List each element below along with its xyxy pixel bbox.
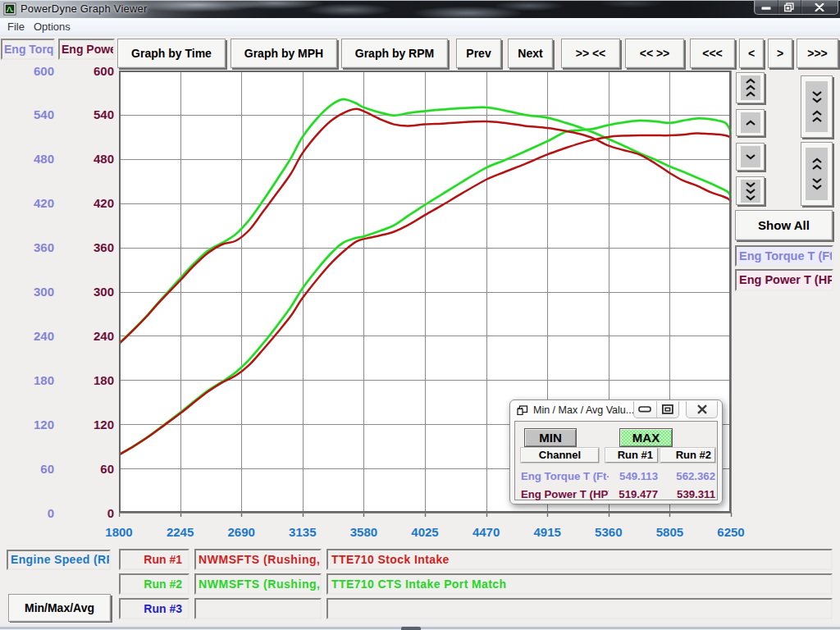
scroll-left-button[interactable]: < [739, 39, 764, 68]
dialog-power-channel: Eng Power T (HP) [521, 488, 609, 500]
x-axis-channel-box[interactable]: Engine Speed (RPM) [7, 550, 111, 570]
x-tick-label: 3580 [339, 525, 388, 539]
dialog-torque-channel: Eng Torque T (Ft-Lbs) [521, 470, 609, 482]
restore-icon [784, 2, 795, 12]
x-tick-label: 5360 [584, 525, 633, 539]
scroll-right-fast-button[interactable]: >>> [797, 39, 838, 68]
dialog-maximize-icon [661, 404, 673, 415]
graph-by-rpm-button[interactable]: Graph by RPM [341, 39, 448, 68]
zoom-in-x-button[interactable]: >> << [561, 39, 620, 68]
x-tick-label: 3135 [278, 525, 327, 539]
chevron-up-icon [744, 119, 757, 126]
torque-scale-down-button[interactable] [736, 143, 765, 171]
triple-chevron-up-icon [744, 77, 757, 98]
min-max-avg-dialog: Min / Max / Avg Valu... MIN MAX Channel … [509, 399, 723, 504]
graph-by-mph-button[interactable]: Graph by MPH [231, 39, 337, 68]
x-tick-label: 4470 [462, 525, 511, 539]
run2-desc-field[interactable]: TTE710 CTS Intake Port Match [326, 573, 833, 595]
window-controls [754, 0, 838, 15]
power-tick-label: 60 [0, 462, 114, 476]
torque-scale-up-button[interactable] [736, 109, 765, 136]
dialog-body: MIN MAX Channel Run #1 Run #2 Eng Torque… [514, 421, 718, 500]
scroll-left-fast-button[interactable]: <<< [690, 39, 735, 68]
power-tick-label: 480 [0, 152, 114, 166]
torque-scale-up-fast-button[interactable] [736, 72, 765, 103]
minimize-icon [761, 3, 771, 11]
dialog-power-run2-value: 539.311 [658, 488, 715, 500]
prev-button[interactable]: Prev [456, 39, 501, 68]
run1-dyno-field[interactable]: NWMSFTS (Rushing, WA) [194, 549, 322, 570]
min-max-avg-button[interactable]: Min/Max/Avg [8, 594, 111, 622]
dialog-minimize-icon [638, 406, 651, 413]
dialog-close-icon [696, 404, 708, 414]
minimize-button[interactable] [755, 0, 778, 14]
x-tick-label: 4915 [523, 525, 572, 539]
graph-by-time-button[interactable]: Graph by Time [117, 39, 226, 68]
chevrons-outward-icon [810, 154, 824, 194]
run1-desc-field[interactable]: TTE710 Stock Intake [326, 549, 833, 570]
chevrons-inward-icon [810, 87, 824, 126]
power-tick-label: 540 [0, 107, 114, 121]
run1-column-header[interactable]: Run #1 [605, 448, 658, 463]
dialog-title: Min / Max / Avg Valu... [533, 404, 633, 416]
max-tab-button[interactable]: MAX [619, 428, 673, 447]
dialog-caption-group [633, 401, 679, 418]
run2-column-header[interactable]: Run #2 [660, 448, 715, 463]
legend-torque-channel[interactable]: Eng Torque T (Ft-Lbs) [735, 245, 833, 267]
maximize-button[interactable] [778, 0, 802, 14]
x-tick-label: 2690 [217, 525, 266, 539]
power-scale-expand-button[interactable] [801, 142, 833, 206]
run3-dyno-field[interactable] [194, 598, 322, 619]
dialog-torque-run2-value: 562.362 [658, 470, 715, 482]
triple-chevron-down-icon [744, 180, 757, 202]
x-tick-label: 4025 [400, 525, 450, 539]
run3-desc-field[interactable] [326, 598, 833, 619]
dialog-maximize-button[interactable] [656, 401, 679, 418]
torque-scale-down-fast-button[interactable] [736, 176, 765, 205]
channel-column-header[interactable]: Channel [521, 448, 599, 463]
dialog-minimize-button[interactable] [634, 401, 656, 418]
power-tick-label: 180 [0, 373, 114, 387]
power-tick-label: 240 [0, 329, 114, 343]
x-tick-label: 2245 [156, 525, 205, 539]
menu-bar: File Options [0, 18, 840, 36]
scroll-right-button[interactable]: > [768, 39, 792, 68]
dialog-close-button[interactable] [687, 401, 717, 418]
dialog-power-run1-value: 519.477 [600, 488, 658, 500]
power-tick-label: 360 [0, 240, 114, 254]
taskbar-peek [401, 627, 421, 630]
run1-label: Run #1 [119, 549, 189, 570]
close-icon [815, 3, 824, 11]
next-button[interactable]: Next [508, 39, 553, 68]
min-tab-button[interactable]: MIN [524, 428, 577, 447]
run2-dyno-field[interactable]: NWMSFTS (Rushing, WA) [194, 573, 322, 595]
power-scale-compress-button[interactable] [801, 75, 833, 138]
power-tick-label: 300 [0, 285, 114, 299]
dialog-close-group [686, 401, 718, 418]
x-tick-label: 5805 [645, 525, 694, 539]
show-all-button[interactable]: Show All [735, 210, 833, 240]
power-tick-label: 0 [0, 506, 114, 520]
x-tick-label: 1800 [94, 525, 144, 539]
dialog-title-bar[interactable]: Min / Max / Avg Valu... [510, 400, 722, 421]
power-tick-label: 120 [0, 418, 114, 431]
legend-power-channel[interactable]: Eng Power T (HP) [735, 269, 833, 291]
x-tick-label: 6250 [706, 525, 756, 539]
run2-label: Run #2 [119, 573, 189, 595]
dialog-icon [517, 405, 528, 416]
run3-label: Run #3 [119, 598, 189, 619]
close-button[interactable] [801, 0, 838, 14]
zoom-out-x-button[interactable]: << >> [625, 39, 684, 68]
power-tick-label: 420 [0, 196, 114, 210]
power-tick-label: 600 [0, 64, 114, 78]
chevron-down-icon [744, 153, 757, 161]
title-bar: PowerDyne Graph Viewer [0, 0, 840, 18]
dialog-torque-run1-value: 549.113 [600, 470, 658, 482]
